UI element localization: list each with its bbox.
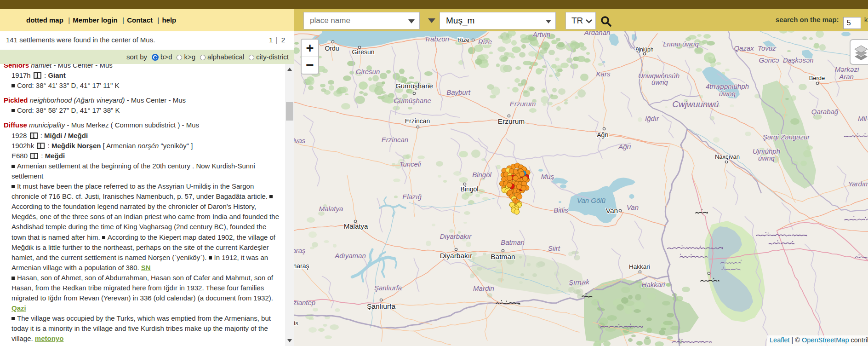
svg-text:Hakkari: Hakkari [629,263,650,270]
svg-text:Bitlis: Bitlis [554,206,568,214]
svg-text:Lnnnı úwnq: Lnnnı úwnq [663,40,699,48]
svg-text:Hakkari: Hakkari [642,281,666,288]
svg-text:Trabzon: Trabzon [424,35,449,43]
svg-text:Ardahan: Ardahan [584,31,611,36]
svg-text:Rize: Rize [457,36,469,43]
svg-text:Tunceli: Tunceli [399,160,421,168]
svg-text:úwnq: úwnq [719,90,736,98]
svg-text:Şərqi Zəngəzur: Şərqi Zəngəzur [763,133,811,141]
svg-text:Rize: Rize [478,38,492,46]
svg-text:haraş: haraş [294,262,309,270]
svg-text:Batman: Batman [501,238,525,246]
svg-text:Erzurum: Erzurum [510,100,536,108]
svg-text:Muş: Muş [541,173,554,180]
svg-text:Ağrı: Ağrı [618,143,631,150]
svg-text:ivas: ivas [294,137,306,144]
svg-text:Bayburt: Bayburt [446,88,471,96]
svg-text:Erzurum: Erzurum [498,117,525,125]
svg-text:Şanlıurfa: Şanlıurfa [367,302,395,310]
svg-text:Yardım: Yardım [848,180,868,188]
svg-text:Van Gölü: Van Gölü [577,196,606,204]
svg-text:Mardin: Mardin [473,284,494,292]
svg-text:Van: Van [627,203,639,211]
svg-text:Cwjwuunwú: Cwjwuunwú [672,99,719,109]
svg-text:Diyarbakır: Diyarbakır [440,232,472,240]
svg-text:Siirt: Siirt [548,244,560,252]
svg-text:úwnq: úwnq [651,78,668,86]
svg-text:Bərdə: Bərdə [809,75,825,81]
svg-text:Batman: Batman [491,253,515,260]
svg-text:Gəncə–Daşkəsən: Gəncə–Daşkəsən [759,56,813,64]
svg-text:Bingöl: Bingöl [461,185,479,193]
svg-text:ziantep: ziantep [294,299,315,306]
svg-text:Bingöl: Bingöl [472,171,491,179]
svg-text:Artvin: Artvin [532,31,550,38]
svg-text:Elazığ: Elazığ [402,193,422,201]
svg-text:Mil-: Mil- [858,115,868,122]
svg-text:úwnq: úwnq [758,154,775,162]
svg-text:Naxçıvan: Naxçıvan [715,153,740,160]
svg-text:Erzincan: Erzincan [382,136,408,144]
svg-text:Malatya: Malatya [344,222,368,230]
svg-text:Kars: Kars [596,70,611,78]
svg-text:Van: Van [606,207,618,214]
svg-text:Adıyaman: Adıyaman [334,252,366,260]
svg-text:Şanlıurfa: Şanlıurfa [374,284,402,292]
svg-text:Ağrı: Ağrı [597,131,609,138]
svg-text:Aran: Aran [839,73,854,81]
svg-text:Iğdır: Iğdır [645,115,659,122]
svg-text:Erzincan: Erzincan [405,117,430,125]
svg-text:Giresun: Giresun [352,48,374,56]
svg-text:9jniúph: 9jniúph [636,46,654,53]
svg-text:araş: araş [294,247,306,254]
svg-text:Diyarbakır: Diyarbakır [440,252,473,260]
svg-text:4tnwppnıúhph: 4tnwppnıúhph [706,82,749,90]
svg-text:Giresun: Giresun [356,68,380,75]
svg-text:Qazax–Tovuz: Qazax–Tovuz [734,44,776,52]
svg-text:Malatya: Malatya [319,205,343,213]
svg-text:Qarabağ: Qarabağ [811,108,839,115]
svg-text:is: is [294,320,298,327]
svg-text:Mərkəzi: Mərkəzi [835,65,859,73]
svg-text:Gümüşhane: Gümüşhane [394,97,431,104]
svg-text:Ordu: Ordu [325,45,339,52]
svg-text:ak: ak [582,278,590,286]
svg-text:Gümüşhane: Gümüşhane [395,82,433,90]
